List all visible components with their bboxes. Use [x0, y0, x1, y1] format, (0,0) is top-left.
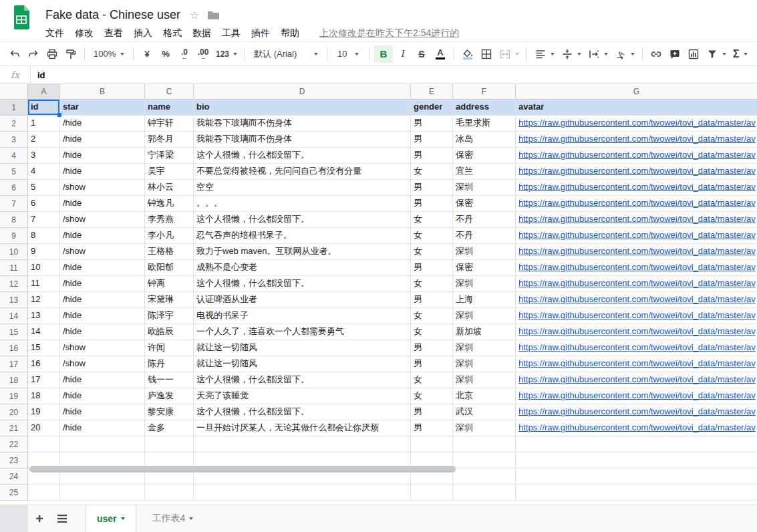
cell-F20[interactable]: 武汉: [453, 404, 516, 420]
strikethrough-button[interactable]: S: [413, 45, 430, 63]
cell-F14[interactable]: 深圳: [453, 308, 516, 324]
cell-E3[interactable]: 男: [411, 132, 453, 148]
cell-F10[interactable]: 深圳: [453, 244, 516, 260]
vertical-align-button[interactable]: [559, 45, 584, 63]
cell-E22[interactable]: [411, 436, 453, 452]
move-folder-icon[interactable]: [207, 9, 219, 20]
cell-G17[interactable]: https://raw.githubusercontent.com/twowei…: [516, 356, 757, 372]
cell-C21[interactable]: 金多: [145, 420, 194, 436]
cell-A13[interactable]: 12: [28, 292, 60, 308]
cell-C12[interactable]: 钟离: [145, 276, 194, 292]
cell-G14[interactable]: https://raw.githubusercontent.com/twowei…: [516, 308, 757, 324]
cell-D19[interactable]: 天亮了该睡觉: [194, 388, 411, 404]
cell-E10[interactable]: 女: [411, 244, 453, 260]
cell-D4[interactable]: 这个人很懒，什么都没留下。: [194, 148, 411, 164]
cell-B16[interactable]: /show: [60, 340, 145, 356]
cell-D9[interactable]: 忍气吞声的培根书呆子。: [194, 228, 411, 244]
horizontal-scrollbar[interactable]: [29, 466, 456, 473]
cell-C8[interactable]: 李秀燕: [145, 212, 194, 228]
cell-A17[interactable]: 16: [28, 356, 60, 372]
cell-B15[interactable]: /hide: [60, 324, 145, 340]
add-sheet-button[interactable]: +: [28, 505, 51, 532]
cell-C20[interactable]: 黎安康: [145, 404, 194, 420]
row-header-14[interactable]: 14: [0, 308, 28, 324]
avatar-link[interactable]: https://raw.githubusercontent.com/twowei…: [518, 166, 756, 176]
cell-D6[interactable]: 空空: [194, 180, 411, 196]
cell-D13[interactable]: 认证啤酒从业者: [194, 292, 411, 308]
cell-C6[interactable]: 林小云: [145, 180, 194, 196]
cell-B19[interactable]: /hide: [60, 388, 145, 404]
formula-input[interactable]: id: [31, 70, 757, 80]
text-rotation-button[interactable]: A: [612, 45, 637, 63]
decrease-decimal-button[interactable]: .0←: [176, 45, 193, 63]
cell-G24[interactable]: [516, 469, 757, 485]
row-header-7[interactable]: 7: [0, 196, 28, 212]
menu-文件[interactable]: 文件: [40, 25, 69, 41]
star-icon[interactable]: ☆: [190, 9, 199, 21]
merge-cells-button[interactable]: [496, 45, 522, 63]
row-header-9[interactable]: 9: [0, 228, 28, 244]
cell-F1[interactable]: address: [453, 100, 516, 116]
cell-C11[interactable]: 欧阳郁: [145, 260, 194, 276]
column-header-D[interactable]: D: [194, 84, 411, 100]
cell-B10[interactable]: /show: [60, 244, 145, 260]
avatar-link[interactable]: https://raw.githubusercontent.com/twowei…: [518, 214, 756, 224]
cell-G9[interactable]: https://raw.githubusercontent.com/twowei…: [516, 228, 757, 244]
column-header-E[interactable]: E: [411, 84, 453, 100]
cell-G3[interactable]: https://raw.githubusercontent.com/twowei…: [516, 132, 757, 148]
avatar-link[interactable]: https://raw.githubusercontent.com/twowei…: [518, 390, 756, 400]
cell-E16[interactable]: 男: [411, 340, 453, 356]
cell-F6[interactable]: 深圳: [453, 180, 516, 196]
cell-G21[interactable]: https://raw.githubusercontent.com/twowei…: [516, 420, 757, 436]
cell-B7[interactable]: /hide: [60, 196, 145, 212]
cell-D1[interactable]: bio: [194, 100, 411, 116]
cell-B11[interactable]: /hide: [60, 260, 145, 276]
all-sheets-button[interactable]: [51, 505, 73, 532]
cell-B9[interactable]: /hide: [60, 228, 145, 244]
insert-link-button[interactable]: [647, 45, 665, 63]
format-percent-button[interactable]: %: [157, 45, 174, 63]
avatar-link[interactable]: https://raw.githubusercontent.com/twowei…: [518, 422, 756, 432]
row-header-12[interactable]: 12: [0, 276, 28, 292]
cell-F22[interactable]: [453, 436, 516, 452]
font-select[interactable]: 默认 (Arial): [250, 45, 322, 63]
cell-E7[interactable]: 男: [411, 196, 453, 212]
cell-E5[interactable]: 女: [411, 164, 453, 180]
cell-B25[interactable]: [60, 485, 145, 501]
cell-D2[interactable]: 我能吞下玻璃而不伤身体: [194, 116, 411, 132]
cell-C5[interactable]: 吴宇: [145, 164, 194, 180]
cell-E1[interactable]: gender: [411, 100, 453, 116]
cell-B17[interactable]: /show: [60, 356, 145, 372]
cell-F25[interactable]: [453, 485, 516, 501]
paint-format-button[interactable]: [62, 45, 80, 63]
cell-F7[interactable]: 保密: [453, 196, 516, 212]
cell-F2[interactable]: 毛里求斯: [453, 116, 516, 132]
cell-G5[interactable]: https://raw.githubusercontent.com/twowei…: [516, 164, 757, 180]
cell-D8[interactable]: 这个人很懒，什么都没留下。: [194, 212, 411, 228]
cell-A14[interactable]: 13: [28, 308, 60, 324]
menu-插入[interactable]: 插入: [128, 25, 158, 41]
zoom-select[interactable]: 100%: [90, 45, 128, 63]
row-header-6[interactable]: 6: [0, 180, 28, 196]
row-header-24[interactable]: 24: [0, 469, 28, 485]
avatar-link[interactable]: https://raw.githubusercontent.com/twowei…: [518, 278, 756, 288]
cell-F8[interactable]: 不丹: [453, 212, 516, 228]
cell-B8[interactable]: /show: [60, 212, 145, 228]
cell-G12[interactable]: https://raw.githubusercontent.com/twowei…: [516, 276, 757, 292]
avatar-link[interactable]: https://raw.githubusercontent.com/twowei…: [518, 230, 756, 240]
column-header-G[interactable]: G: [516, 84, 757, 100]
cell-C10[interactable]: 王格格: [145, 244, 194, 260]
cell-E2[interactable]: 男: [411, 116, 453, 132]
cell-C18[interactable]: 钱一一: [145, 372, 194, 388]
cell-C25[interactable]: [145, 485, 194, 501]
column-header-C[interactable]: C: [145, 84, 194, 100]
insert-comment-button[interactable]: [666, 45, 684, 63]
row-header-18[interactable]: 18: [0, 372, 28, 388]
avatar-link[interactable]: https://raw.githubusercontent.com/twowei…: [518, 310, 756, 320]
cell-A7[interactable]: 6: [28, 196, 60, 212]
format-currency-button[interactable]: ¥: [138, 45, 156, 63]
row-header-2[interactable]: 2: [0, 116, 28, 132]
cell-D7[interactable]: 。。。: [194, 196, 411, 212]
cell-B22[interactable]: [60, 436, 145, 452]
cell-F9[interactable]: 不丹: [453, 228, 516, 244]
